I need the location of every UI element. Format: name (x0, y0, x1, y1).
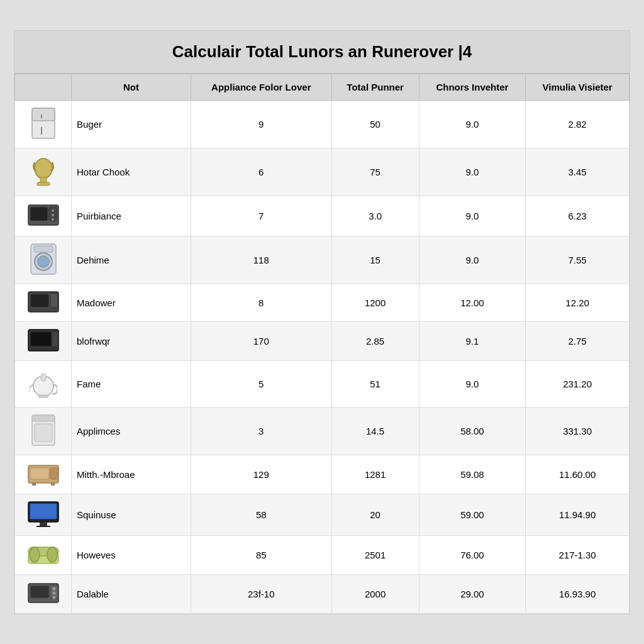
appliance-name: blofrwqr (72, 321, 191, 360)
chnors-invehter: 9.0 (419, 100, 526, 148)
svg-rect-37 (36, 526, 50, 527)
total-punner: 2501 (331, 535, 419, 574)
appliance-name: Buger (72, 100, 191, 148)
svg-rect-8 (30, 207, 48, 221)
vimulia-visieter: 7.55 (526, 236, 630, 284)
table-row: Hotar Chook6759.03.45 (15, 148, 630, 196)
svg-rect-35 (30, 504, 57, 519)
svg-rect-27 (32, 415, 55, 421)
total-punner: 1281 (331, 455, 419, 494)
svg-point-10 (52, 209, 54, 212)
appliance-icon-cell (15, 455, 72, 494)
svg-point-40 (30, 547, 40, 562)
vimulia-visieter: 231.20 (526, 360, 630, 407)
vimulia-visieter: 2.75 (526, 321, 630, 360)
appliance-icon-cell (15, 535, 72, 574)
total-punner: 75 (331, 148, 419, 196)
appliance-name: Applimces (72, 407, 191, 455)
table-title: Calculair Total Lunors an Runerover |4 (14, 31, 630, 74)
chnors-invehter: 29.00 (419, 574, 526, 613)
appliance-folor: 170 (191, 321, 332, 360)
appliance-folor: 23f-10 (191, 574, 332, 613)
table-row: Puirbiance73.09.06.23 (15, 196, 630, 236)
total-punner: 51 (331, 360, 419, 407)
appliance-folor: 129 (191, 455, 332, 494)
svg-rect-33 (51, 483, 55, 486)
svg-point-4 (35, 158, 52, 179)
table-row: Applimces314.558.00331.30 (15, 407, 630, 455)
chnors-invehter: 9.0 (419, 360, 526, 407)
svg-rect-24 (41, 374, 46, 381)
svg-rect-25 (38, 395, 48, 397)
chnors-invehter: 9.0 (419, 236, 526, 284)
chnors-invehter: 58.00 (419, 407, 526, 455)
table-row: Madower8120012.0012.20 (15, 284, 630, 321)
vimulia-visieter: 331.30 (526, 407, 630, 455)
appliance-icon-cell (15, 148, 72, 196)
main-table-container: Calculair Total Lunors an Runerover |4 N… (14, 30, 630, 614)
svg-point-47 (52, 596, 55, 599)
chnors-invehter: 76.00 (419, 535, 526, 574)
svg-rect-43 (30, 586, 49, 598)
total-punner: 20 (331, 494, 419, 535)
vimulia-visieter: 12.20 (526, 284, 630, 321)
table-row: Dalable23f-10200029.0016.93.90 (15, 574, 630, 613)
svg-rect-5 (40, 177, 47, 182)
appliance-icon-cell (15, 196, 72, 236)
chnors-invehter: 12.00 (419, 284, 526, 321)
svg-rect-6 (37, 182, 50, 186)
appliance-name: Mitth.-Mbroae (72, 455, 191, 494)
appliance-folor: 85 (191, 535, 332, 574)
vimulia-visieter: 11.94.90 (526, 494, 630, 535)
total-punner: 15 (331, 236, 419, 284)
appliance-folor: 6 (191, 148, 332, 196)
appliance-icon-cell (15, 284, 72, 321)
appliance-icon-cell (15, 236, 72, 284)
total-punner: 2000 (331, 574, 419, 613)
svg-rect-32 (32, 483, 36, 486)
table-row: Squinuse582059.0011.94.90 (15, 494, 630, 535)
table-body: Buger9509.02.82Hotar Chook6759.03.45Puir… (15, 100, 630, 613)
vimulia-visieter: 11.60.00 (526, 455, 630, 494)
appliance-icon-cell (15, 100, 72, 148)
appliance-name: Dalable (72, 574, 191, 613)
svg-point-11 (52, 214, 54, 216)
svg-point-46 (52, 591, 55, 594)
col-header-appliance: Appliance Folor Lover (191, 74, 332, 100)
svg-rect-31 (50, 468, 58, 479)
svg-rect-1 (32, 108, 55, 121)
appliance-name: Dehime (72, 236, 191, 284)
appliance-icon-cell (15, 321, 72, 360)
svg-rect-16 (34, 246, 53, 252)
appliance-icon-cell (15, 494, 72, 535)
col-header-year (15, 74, 72, 100)
appliance-folor: 9 (191, 100, 332, 148)
svg-rect-18 (30, 294, 49, 308)
total-punner: 2.85 (331, 321, 419, 360)
total-punner: 1200 (331, 284, 419, 321)
svg-rect-36 (40, 522, 47, 526)
appliance-name: Howeves (72, 535, 191, 574)
appliance-name: Fame (72, 360, 191, 407)
appliance-icon-cell (15, 360, 72, 407)
vimulia-visieter: 217-1.30 (526, 535, 630, 574)
chnors-invehter: 59.08 (419, 455, 526, 494)
table-row: Fame5519.0231.20 (15, 360, 630, 407)
appliance-folor: 118 (191, 236, 332, 284)
data-table: Not Appliance Folor Lover Total Punner C… (14, 74, 630, 614)
col-header-chnors: Chnors Invehter (419, 74, 526, 100)
svg-point-41 (47, 547, 57, 562)
appliance-folor: 5 (191, 360, 332, 407)
vimulia-visieter: 3.45 (526, 148, 630, 196)
appliance-name: Squinuse (72, 494, 191, 535)
chnors-invehter: 59.00 (419, 494, 526, 535)
col-header-vimulia: Vimulia Visieter (526, 74, 630, 100)
appliance-folor: 58 (191, 494, 332, 535)
svg-point-12 (52, 218, 54, 221)
table-row: Buger9509.02.82 (15, 100, 630, 148)
total-punner: 3.0 (331, 196, 419, 236)
svg-point-45 (52, 587, 55, 590)
table-row: Howeves85250176.00217-1.30 (15, 535, 630, 574)
chnors-invehter: 9.0 (419, 196, 526, 236)
table-row: Mitth.-Mbroae129128159.0811.60.00 (15, 455, 630, 494)
